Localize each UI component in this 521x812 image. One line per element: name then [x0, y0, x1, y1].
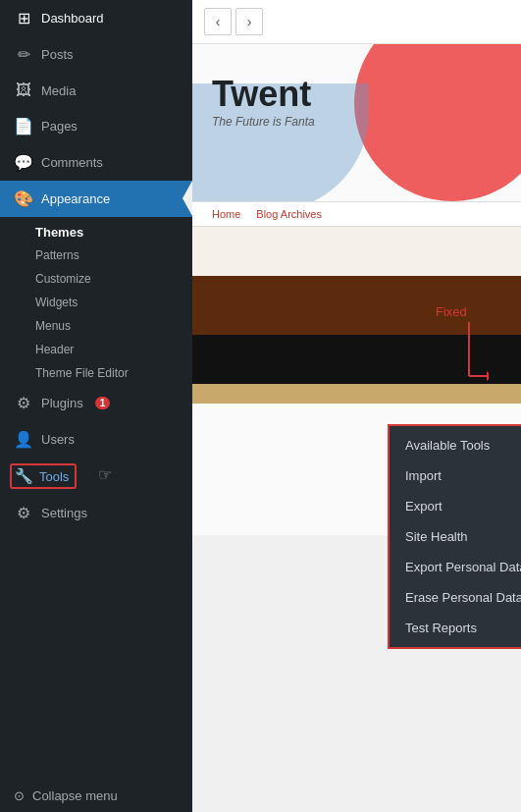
sidebar-item-plugins[interactable]: ⚙ Plugins 1 — [0, 385, 192, 421]
main-content: ‹ › Twent The Future is Fanta Home Blog … — [192, 0, 521, 812]
dropdown-available-tools[interactable]: Available Tools — [390, 430, 521, 460]
appearance-icon: 🎨 — [14, 189, 33, 208]
theme-subtitle: The Future is Fanta — [212, 115, 501, 129]
sidebar-item-users[interactable]: 👤 Users — [0, 421, 192, 458]
sidebar-item-label: Posts — [41, 47, 74, 62]
dashboard-icon: ⊞ — [14, 9, 33, 27]
tools-label: Tools — [39, 469, 69, 484]
sidebar: ⊞ Dashboard ✏ Posts 🖼 Media 📄 Pages 💬 Co… — [0, 0, 192, 812]
posts-icon: ✏ — [14, 45, 33, 64]
pages-icon: 📄 — [14, 117, 33, 135]
media-icon: 🖼 — [14, 81, 33, 99]
theme-title: Twent — [212, 74, 501, 115]
sidebar-item-label: Plugins — [41, 396, 83, 410]
cursor-hand-icon: ☞ — [98, 465, 112, 484]
arrow-down — [459, 322, 489, 404]
plugins-badge: 1 — [95, 397, 111, 409]
sidebar-item-label: Users — [41, 432, 75, 447]
sidebar-item-media[interactable]: 🖼 Media — [0, 73, 192, 108]
collapse-icon: ⊙ — [14, 788, 25, 803]
theme-nav-blog: Blog Archives — [256, 208, 322, 220]
theme-title-area: Twent The Future is Fanta — [192, 44, 521, 201]
preview-nav: ‹ › — [192, 0, 521, 44]
comments-icon: 💬 — [14, 153, 33, 172]
sidebar-item-comments[interactable]: 💬 Comments — [0, 144, 192, 181]
sidebar-item-label: Settings — [41, 506, 87, 520]
sidebar-item-label: Media — [41, 83, 76, 98]
theme-nav-bar: Home Blog Archives — [192, 201, 521, 227]
svg-marker-2 — [487, 371, 489, 381]
sidebar-item-pages[interactable]: 📄 Pages — [0, 108, 192, 144]
tools-icon: 🔧 — [14, 467, 33, 485]
sidebar-item-posts[interactable]: ✏ Posts — [0, 36, 192, 73]
collapse-label: Collapse menu — [32, 788, 118, 803]
sidebar-item-label: Pages — [41, 119, 78, 134]
settings-icon: ⚙ — [14, 504, 33, 522]
submenu-theme-file-editor[interactable]: Theme File Editor — [0, 361, 192, 385]
band-cream — [192, 227, 521, 276]
submenu-menus[interactable]: Menus — [0, 314, 192, 338]
plugins-icon: ⚙ — [14, 394, 33, 412]
sidebar-item-dashboard[interactable]: ⊞ Dashboard — [0, 0, 192, 36]
dropdown-export-personal-data[interactable]: Export Personal Data — [390, 552, 521, 582]
back-button[interactable]: ‹ — [204, 8, 232, 35]
submenu-customize[interactable]: Customize — [0, 267, 192, 291]
sidebar-item-label: Dashboard — [41, 11, 104, 26]
sidebar-item-appearance[interactable]: 🎨 Appearance — [0, 181, 192, 217]
theme-nav-home: Home — [212, 208, 240, 220]
forward-button[interactable]: › — [235, 8, 263, 35]
submenu-patterns[interactable]: Patterns — [0, 244, 192, 267]
sidebar-item-settings[interactable]: ⚙ Settings — [0, 495, 192, 531]
submenu-themes[interactable]: Themes — [0, 217, 192, 244]
submenu-header[interactable]: Header — [0, 338, 192, 361]
sidebar-item-tools[interactable]: 🔧 Tools ☞ — [0, 458, 192, 495]
dropdown-import[interactable]: Import — [390, 460, 521, 491]
sidebar-item-label: Appearance — [41, 191, 110, 206]
tools-dropdown-menu: Available Tools Import Export Site Healt… — [388, 424, 521, 649]
fixed-label: Fixed — [436, 304, 467, 319]
collapse-menu-button[interactable]: ⊙ Collapse menu — [0, 780, 192, 812]
dropdown-site-health[interactable]: Site Health — [390, 521, 521, 552]
tools-border: 🔧 Tools — [10, 463, 77, 489]
submenu-widgets[interactable]: Widgets — [0, 291, 192, 314]
users-icon: 👤 — [14, 430, 33, 449]
dropdown-export[interactable]: Export — [390, 491, 521, 521]
dropdown-erase-personal-data[interactable]: Erase Personal Data — [390, 582, 521, 613]
sidebar-item-label: Comments — [41, 155, 103, 170]
dropdown-test-reports[interactable]: Test Reports — [390, 613, 521, 643]
